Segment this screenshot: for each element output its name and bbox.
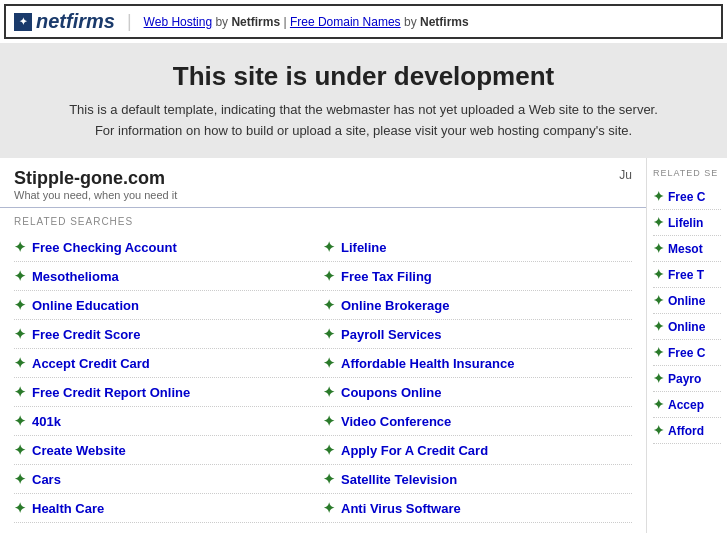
related-searches-section: RELATED SEARCHES ✦ Free Checking Account… [0, 208, 646, 523]
list-item: ✦ Affordable Health Insurance [323, 349, 632, 378]
under-dev-heading: This site is under development [40, 61, 687, 92]
rp-link-2[interactable]: Lifelin [668, 216, 703, 230]
link-anti-virus[interactable]: Anti Virus Software [341, 501, 461, 516]
arrow-icon: ✦ [323, 413, 335, 429]
banner-links: Web Hosting by Netfirms | Free Domain Na… [144, 15, 469, 29]
link-accept-credit-card[interactable]: Accept Credit Card [32, 356, 150, 371]
arrow-icon: ✦ [323, 355, 335, 371]
arrow-icon: ✦ [14, 239, 26, 255]
link-create-website[interactable]: Create Website [32, 443, 126, 458]
site-info: Stipple-gone.com What you need, when you… [14, 168, 177, 201]
site-header: Stipple-gone.com What you need, when you… [0, 158, 646, 208]
arrow-icon: ✦ [14, 297, 26, 313]
webhosting-link[interactable]: Web Hosting [144, 15, 212, 29]
link-affordable-health[interactable]: Affordable Health Insurance [341, 356, 514, 371]
arrow-icon: ✦ [323, 326, 335, 342]
arrow-icon: ✦ [653, 397, 664, 412]
list-item: ✦ Online [653, 314, 721, 340]
list-item: ✦ Create Website [14, 436, 323, 465]
list-item: ✦ Free C [653, 340, 721, 366]
arrow-icon: ✦ [653, 371, 664, 386]
rp-link-7[interactable]: Free C [668, 346, 705, 360]
list-item: ✦ Payro [653, 366, 721, 392]
list-item: ✦ Free T [653, 262, 721, 288]
arrow-icon: ✦ [323, 297, 335, 313]
arrow-icon: ✦ [653, 293, 664, 308]
link-coupons-online[interactable]: Coupons Online [341, 385, 441, 400]
netfirms-brand-1: Netfirms [231, 15, 280, 29]
arrow-icon: ✦ [323, 442, 335, 458]
link-free-tax-filing[interactable]: Free Tax Filing [341, 269, 432, 284]
logo-text: netfirms [36, 10, 115, 33]
arrow-icon: ✦ [653, 241, 664, 256]
arrow-icon: ✦ [653, 267, 664, 282]
arrow-icon: ✦ [14, 500, 26, 516]
related-searches-label: RELATED SEARCHES [14, 216, 632, 227]
arrow-icon: ✦ [323, 239, 335, 255]
list-item: ✦ Free Credit Report Online [14, 378, 323, 407]
arrow-icon: ✦ [14, 326, 26, 342]
left-panel: Stipple-gone.com What you need, when you… [0, 158, 647, 533]
link-401k[interactable]: 401k [32, 414, 61, 429]
rp-link-6[interactable]: Online [668, 320, 705, 334]
by-text-2: by [404, 15, 420, 29]
rp-link-9[interactable]: Accep [668, 398, 704, 412]
banner: ✦ netfirms | Web Hosting by Netfirms | F… [4, 4, 723, 39]
link-apply-credit-card[interactable]: Apply For A Credit Card [341, 443, 488, 458]
list-item: ✦ Coupons Online [323, 378, 632, 407]
arrow-icon: ✦ [323, 500, 335, 516]
link-cars[interactable]: Cars [32, 472, 61, 487]
arrow-icon: ✦ [14, 355, 26, 371]
list-item: ✦ Mesot [653, 236, 721, 262]
list-item: ✦ Payroll Services [323, 320, 632, 349]
list-item: ✦ Online [653, 288, 721, 314]
rp-link-3[interactable]: Mesot [668, 242, 703, 256]
site-date: Ju [619, 168, 632, 182]
arrow-icon: ✦ [653, 345, 664, 360]
list-item: ✦ Anti Virus Software [323, 494, 632, 523]
list-item: ✦ Online Brokerage [323, 291, 632, 320]
list-item: ✦ Lifelin [653, 210, 721, 236]
rp-link-8[interactable]: Payro [668, 372, 701, 386]
arrow-icon: ✦ [323, 268, 335, 284]
site-tagline: What you need, when you need it [14, 189, 177, 201]
link-free-credit-score[interactable]: Free Credit Score [32, 327, 140, 342]
link-online-education[interactable]: Online Education [32, 298, 139, 313]
link-online-brokerage[interactable]: Online Brokerage [341, 298, 449, 313]
logo-icon: ✦ [14, 13, 32, 31]
under-dev-line2: For information on how to build or uploa… [40, 123, 687, 138]
list-item: ✦ Video Conference [323, 407, 632, 436]
link-mesothelioma[interactable]: Mesothelioma [32, 269, 119, 284]
rp-link-5[interactable]: Online [668, 294, 705, 308]
rp-link-10[interactable]: Afford [668, 424, 704, 438]
by-text-1: by [215, 15, 231, 29]
freedomain-link[interactable]: Free Domain Names [290, 15, 401, 29]
list-item: ✦ Satellite Television [323, 465, 632, 494]
link-free-credit-report[interactable]: Free Credit Report Online [32, 385, 190, 400]
list-item: ✦ Free Credit Score [14, 320, 323, 349]
rp-link-1[interactable]: Free C [668, 190, 705, 204]
under-dev-line1: This is a default template, indicating t… [40, 102, 687, 117]
arrow-icon: ✦ [14, 471, 26, 487]
arrow-icon: ✦ [14, 413, 26, 429]
left-column: ✦ Free Checking Account ✦ Mesothelioma ✦… [14, 233, 323, 523]
link-health-care[interactable]: Health Care [32, 501, 104, 516]
list-item: ✦ Online Education [14, 291, 323, 320]
under-development-section: This site is under development This is a… [0, 43, 727, 158]
link-satellite-tv[interactable]: Satellite Television [341, 472, 457, 487]
list-item: ✦ Cars [14, 465, 323, 494]
link-free-checking[interactable]: Free Checking Account [32, 240, 177, 255]
banner-divider: | [127, 11, 132, 32]
link-lifeline[interactable]: Lifeline [341, 240, 387, 255]
arrow-icon: ✦ [653, 319, 664, 334]
link-video-conference[interactable]: Video Conference [341, 414, 451, 429]
link-payroll-services[interactable]: Payroll Services [341, 327, 441, 342]
arrow-icon: ✦ [14, 268, 26, 284]
rp-link-4[interactable]: Free T [668, 268, 704, 282]
arrow-icon: ✦ [653, 189, 664, 204]
list-item: ✦ Mesothelioma [14, 262, 323, 291]
list-item: ✦ Free C [653, 184, 721, 210]
netfirms-brand-2: Netfirms [420, 15, 469, 29]
list-item: ✦ Accep [653, 392, 721, 418]
site-title: Stipple-gone.com [14, 168, 177, 189]
